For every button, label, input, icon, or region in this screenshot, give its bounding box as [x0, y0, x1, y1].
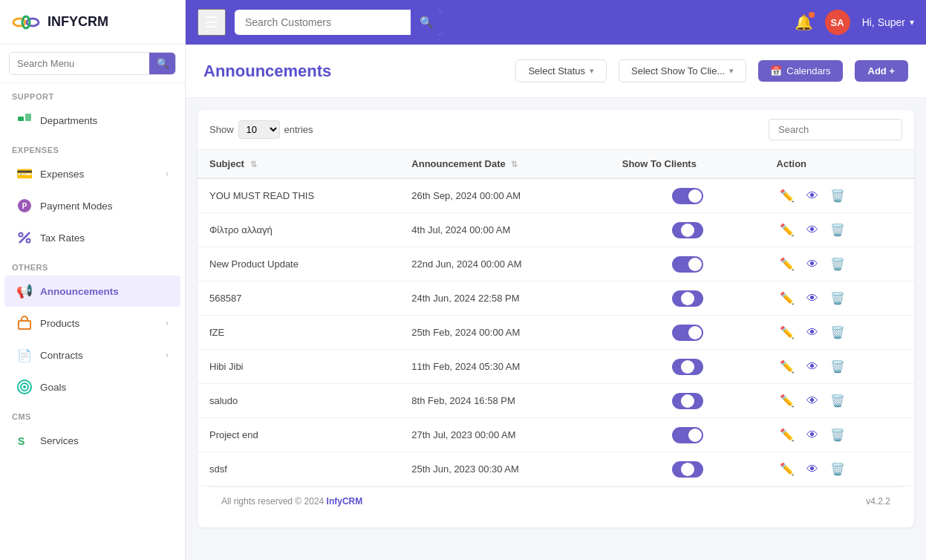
announcements-table: Subject ⇅ Announcement Date ⇅ Show To Cl…: [198, 150, 914, 486]
cell-date: 4th Jul, 2024 00:00 AM: [400, 213, 610, 247]
edit-button[interactable]: ✏️: [777, 358, 798, 375]
show-clients-toggle[interactable]: [672, 188, 703, 204]
sidebar-search-button[interactable]: 🔍: [149, 53, 176, 74]
table-row: YOU MUST READ THIS26th Sep, 2024 00:00 A…: [198, 178, 914, 213]
sidebar-item-payment-modes[interactable]: PPayment Modes: [4, 190, 180, 221]
cell-subject: sdsf: [198, 452, 400, 486]
cell-show-clients: [610, 247, 765, 281]
view-button[interactable]: 👁: [803, 427, 821, 443]
show-clients-toggle[interactable]: [672, 222, 703, 238]
select-status-button[interactable]: Select Status ▾: [515, 59, 607, 82]
select-status-chevron: ▾: [590, 66, 594, 76]
delete-button[interactable]: 🗑️: [827, 290, 848, 307]
notification-dot: [809, 12, 815, 18]
view-button[interactable]: 👁: [803, 222, 821, 238]
sidebar-item-products[interactable]: Products›: [4, 307, 180, 339]
edit-button[interactable]: ✏️: [777, 324, 798, 341]
delete-button[interactable]: 🗑️: [827, 426, 848, 443]
calendars-button[interactable]: 📅 Calendars: [758, 60, 842, 82]
sidebar-section-expenses: EXPENSES💳Expenses›PPayment ModesTax Rate…: [0, 137, 185, 253]
cell-subject: New Product Update: [198, 247, 400, 281]
sidebar-item-tax-rates[interactable]: Tax Rates: [4, 222, 180, 253]
sidebar-item-announcements[interactable]: 📢Announcements: [4, 276, 180, 307]
view-button[interactable]: 👁: [803, 461, 821, 478]
cell-show-clients: [610, 418, 765, 452]
sidebar-item-goals[interactable]: Goals: [4, 371, 180, 403]
sidebar-item-services[interactable]: SServices: [4, 425, 180, 456]
edit-button[interactable]: ✏️: [777, 426, 798, 443]
delete-button[interactable]: 🗑️: [827, 187, 848, 204]
sidebar-search-input[interactable]: [10, 53, 149, 74]
sidebar-header: INFYCRM: [0, 0, 185, 45]
show-clients-toggle[interactable]: [672, 427, 703, 443]
view-button[interactable]: 👁: [803, 188, 821, 204]
svg-rect-3: [18, 117, 24, 121]
view-button[interactable]: 👁: [803, 290, 821, 307]
edit-button[interactable]: ✏️: [777, 392, 798, 409]
cell-show-clients: [610, 281, 765, 316]
svg-rect-10: [19, 321, 30, 329]
delete-button[interactable]: 🗑️: [827, 358, 848, 375]
goals-icon: [16, 379, 33, 395]
customer-search-button[interactable]: 🔍: [411, 10, 443, 35]
sidebar-item-label-payment-modes: Payment Modes: [40, 201, 169, 212]
sidebar-section-label-others: OTHERS: [0, 254, 185, 275]
show-entries: Show 10 25 50 100 entries: [209, 120, 313, 139]
sidebar-item-departments[interactable]: Departments: [4, 105, 180, 136]
edit-button[interactable]: ✏️: [777, 187, 798, 204]
hamburger-button[interactable]: ☰: [198, 9, 226, 36]
table-search-input[interactable]: [769, 119, 902, 140]
cell-action: ✏️👁🗑️: [765, 384, 914, 418]
show-clients-toggle[interactable]: [672, 461, 703, 478]
cell-date: 8th Feb, 2024 16:58 PM: [400, 384, 610, 418]
sidebar-section-label-cms: CMS: [0, 403, 185, 424]
show-clients-toggle[interactable]: [672, 393, 703, 409]
entries-select[interactable]: 10 25 50 100: [238, 120, 280, 139]
view-button[interactable]: 👁: [803, 393, 821, 409]
notification-button[interactable]: 🔔: [795, 13, 813, 31]
sidebar-item-expenses[interactable]: 💳Expenses›: [4, 158, 180, 189]
add-button[interactable]: Add +: [855, 60, 908, 82]
sidebar-section-others: OTHERS📢AnnouncementsProducts›📄Contracts›…: [0, 254, 185, 403]
show-clients-toggle[interactable]: [672, 325, 703, 341]
select-show-button[interactable]: Select Show To Clie... ▾: [619, 59, 746, 82]
view-button[interactable]: 👁: [803, 256, 821, 273]
cell-show-clients: [610, 316, 765, 350]
delete-button[interactable]: 🗑️: [827, 324, 848, 341]
edit-button[interactable]: ✏️: [777, 290, 798, 307]
edit-button[interactable]: ✏️: [777, 255, 798, 273]
sidebar-item-label-expenses: Expenses: [40, 169, 158, 180]
delete-button[interactable]: 🗑️: [827, 460, 848, 478]
sidebar-item-contracts[interactable]: 📄Contracts›: [4, 339, 180, 371]
services-icon: S: [16, 432, 33, 449]
table-row: Φίλτρο αλλαγή4th Jul, 2024 00:00 AM✏️👁🗑️: [198, 213, 914, 247]
cell-date: 26th Sep, 2024 00:00 AM: [400, 178, 610, 213]
edit-button[interactable]: ✏️: [777, 221, 798, 238]
table-row: saludo8th Feb, 2024 16:58 PM✏️👁🗑️: [198, 384, 914, 418]
user-greeting[interactable]: Hi, Super ▾: [862, 16, 914, 28]
delete-button[interactable]: 🗑️: [827, 255, 848, 273]
table-row: fZE25th Feb, 2024 00:00 AM✏️👁🗑️: [198, 316, 914, 350]
delete-button[interactable]: 🗑️: [827, 221, 848, 238]
cell-action: ✏️👁🗑️: [765, 316, 914, 350]
show-clients-toggle[interactable]: [672, 359, 703, 375]
cell-date: 27th Jul, 2023 00:00 AM: [400, 418, 610, 452]
table-row: Project end27th Jul, 2023 00:00 AM✏️👁🗑️: [198, 418, 914, 452]
cell-date: 22nd Jun, 2024 00:00 AM: [400, 247, 610, 281]
view-button[interactable]: 👁: [803, 359, 821, 375]
table-row: 56858724th Jun, 2024 22:58 PM✏️👁🗑️: [198, 281, 914, 316]
calendars-icon: 📅: [770, 65, 782, 76]
show-clients-toggle[interactable]: [672, 256, 703, 273]
delete-button[interactable]: 🗑️: [827, 392, 848, 409]
expenses-chevron: ›: [166, 169, 169, 179]
cell-date: 11th Feb, 2024 05:30 AM: [400, 350, 610, 384]
select-show-chevron: ▾: [729, 66, 734, 76]
col-action: Action: [765, 150, 914, 178]
edit-button[interactable]: ✏️: [777, 460, 798, 478]
cell-action: ✏️👁🗑️: [765, 281, 914, 316]
show-clients-toggle[interactable]: [672, 290, 703, 307]
footer-brand-link[interactable]: InfyCRM: [327, 496, 363, 507]
app-logo-text: INFYCRM: [48, 14, 108, 30]
view-button[interactable]: 👁: [803, 325, 821, 341]
customer-search-input[interactable]: [235, 10, 411, 34]
